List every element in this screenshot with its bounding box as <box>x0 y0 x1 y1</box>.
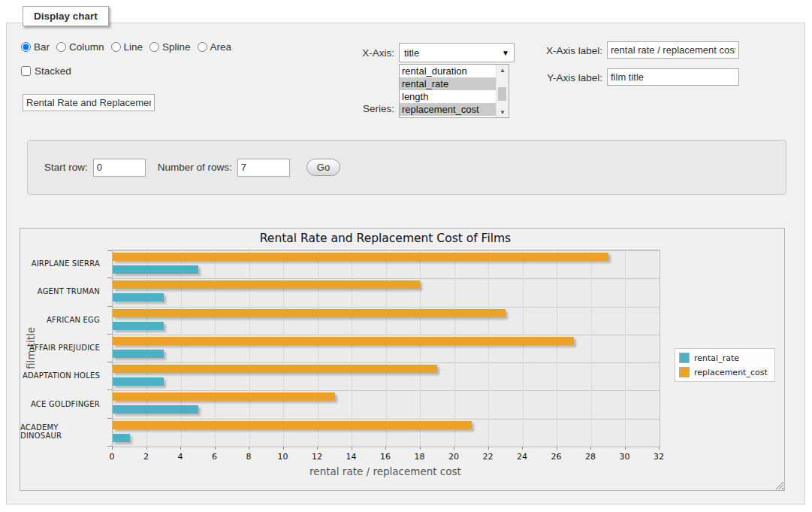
y-axis-tick <box>107 334 112 335</box>
resize-grip-icon[interactable] <box>775 481 783 489</box>
x-axis-tick <box>112 447 113 450</box>
x-axis-tick <box>352 447 352 450</box>
category-label: AFFAIR PREJUDICE <box>20 334 106 362</box>
chart-container: Rental Rate and Replacement Cost of Film… <box>20 228 785 491</box>
chart-bar-group <box>113 307 660 335</box>
chart-type-radio-spline[interactable] <box>149 42 159 52</box>
go-button[interactable]: Go <box>306 159 340 176</box>
bar-rental_rate <box>113 434 130 442</box>
y-axis-tick <box>107 389 112 390</box>
y-axis-tick <box>107 418 112 419</box>
start-row-input[interactable] <box>93 159 146 177</box>
chart-type-radio-line[interactable] <box>111 42 121 52</box>
start-row-label: Start row: <box>44 162 88 173</box>
chart-type-option-area: Area <box>198 41 232 53</box>
chart-title: Rental Rate and Replacement Cost of Film… <box>112 232 659 245</box>
x-axis-tick <box>420 447 421 450</box>
x-axis-tick <box>146 447 147 450</box>
x-axis-select[interactable]: title ▼ <box>399 43 515 62</box>
x-axis-tick-label: 4 <box>169 452 192 462</box>
x-axis-tick-label: 20 <box>442 452 465 462</box>
x-axis-select-label: X-Axis: <box>323 47 394 59</box>
chart-title-input[interactable] <box>23 94 155 111</box>
x-axis-tick-label: 30 <box>614 452 636 462</box>
scroll-down-icon[interactable]: ▼ <box>497 107 509 117</box>
stacked-checkbox[interactable] <box>21 66 31 76</box>
category-label: ACADEMY DINOSAUR <box>20 418 106 446</box>
bar-replacement_cost <box>113 337 574 345</box>
bar-replacement_cost <box>113 421 472 429</box>
x-axis-tick <box>557 447 557 450</box>
x-axis-tick-label: 10 <box>272 452 294 462</box>
x-axis-tick <box>215 447 216 450</box>
chart-type-radio-area[interactable] <box>198 42 207 52</box>
chart-bar-group <box>113 362 660 390</box>
chart-plot-area <box>112 250 660 447</box>
series-option[interactable]: rental_rate <box>400 77 496 90</box>
x-axis-tick-label: 12 <box>306 452 328 462</box>
series-select-label: Series: <box>323 103 394 114</box>
chart-x-axis: rental rate / replacement cost 024681012… <box>112 446 659 488</box>
x-axis-tick-label: 16 <box>374 452 397 462</box>
x-axis-tick <box>283 447 284 450</box>
bar-rental_rate <box>113 265 198 274</box>
y-axis-tick <box>107 250 112 251</box>
chart-type-option-column: Column <box>56 41 104 53</box>
x-axis-tick <box>180 447 181 450</box>
y-axis-label-label: Y-Axis label: <box>520 72 602 83</box>
x-axis-tick-label: 28 <box>579 452 602 462</box>
x-axis-label-input[interactable] <box>607 41 739 59</box>
bar-replacement_cost <box>113 253 608 261</box>
legend-swatch-icon <box>679 353 690 363</box>
chart-type-label: Line <box>124 41 143 53</box>
stacked-option: Stacked <box>21 65 71 77</box>
chart-bar-group <box>113 419 660 447</box>
stacked-label: Stacked <box>35 65 71 77</box>
bar-replacement_cost <box>113 280 420 289</box>
x-axis-tick <box>249 447 249 450</box>
chart-bar-group <box>113 250 660 278</box>
legend-swatch-icon <box>679 367 690 377</box>
chart-type-radio-group: BarColumnLineSplineArea <box>21 41 238 53</box>
chart-type-radio-bar[interactable] <box>21 42 31 52</box>
chart-bar-group <box>113 278 660 306</box>
series-option[interactable]: rental_duration <box>400 65 496 77</box>
chart-x-axis-title: rental rate / replacement cost <box>112 465 659 477</box>
chart-bar-group <box>113 335 660 362</box>
bar-rental_rate <box>113 293 164 301</box>
bar-rental_rate <box>113 377 164 386</box>
chevron-down-icon: ▼ <box>502 49 509 57</box>
x-axis-tick <box>625 447 626 450</box>
scrollbar-track[interactable] <box>497 75 509 107</box>
x-axis-tick <box>522 447 523 450</box>
series-option[interactable]: length <box>400 90 496 103</box>
x-axis-tick-label: 18 <box>409 452 431 462</box>
x-axis-tick <box>454 447 454 450</box>
num-rows-label: Number of rows: <box>158 162 232 173</box>
y-axis-label-input[interactable] <box>607 68 739 86</box>
series-multiselect[interactable]: rental_durationrental_ratelengthreplacem… <box>399 64 509 118</box>
num-rows-input[interactable] <box>237 159 290 177</box>
series-scrollbar[interactable]: ▲ ▼ <box>496 65 509 117</box>
series-option[interactable]: replacement_cost <box>400 103 496 116</box>
legend-entry: rental_rate <box>679 353 768 363</box>
chart-bar-group <box>113 390 660 418</box>
bar-replacement_cost <box>113 309 506 317</box>
x-axis-tick-label: 22 <box>477 452 500 462</box>
x-axis-label-label: X-Axis label: <box>520 45 602 56</box>
category-label: AGENT TRUMAN <box>20 277 106 305</box>
category-label: ACE GOLDFINGER <box>20 389 106 417</box>
chart-type-radio-column[interactable] <box>56 42 66 52</box>
fieldset-legend: Display chart <box>23 6 109 26</box>
category-label: AFRICAN EGG <box>20 306 106 334</box>
x-axis-tick-label: 8 <box>237 452 260 462</box>
legend-entry: replacement_cost <box>679 367 768 377</box>
scroll-up-icon[interactable]: ▲ <box>497 65 509 75</box>
scrollbar-thumb[interactable] <box>498 87 506 101</box>
chart-legend: rental_ratereplacement_cost <box>675 348 775 382</box>
x-axis-tick <box>385 447 386 450</box>
chart-category-labels: AIRPLANE SIERRAAGENT TRUMANAFRICAN EGGAF… <box>20 250 106 446</box>
bar-rental_rate <box>113 405 198 414</box>
series-options: rental_durationrental_ratelengthreplacem… <box>400 65 496 117</box>
x-axis-tick <box>590 447 591 450</box>
